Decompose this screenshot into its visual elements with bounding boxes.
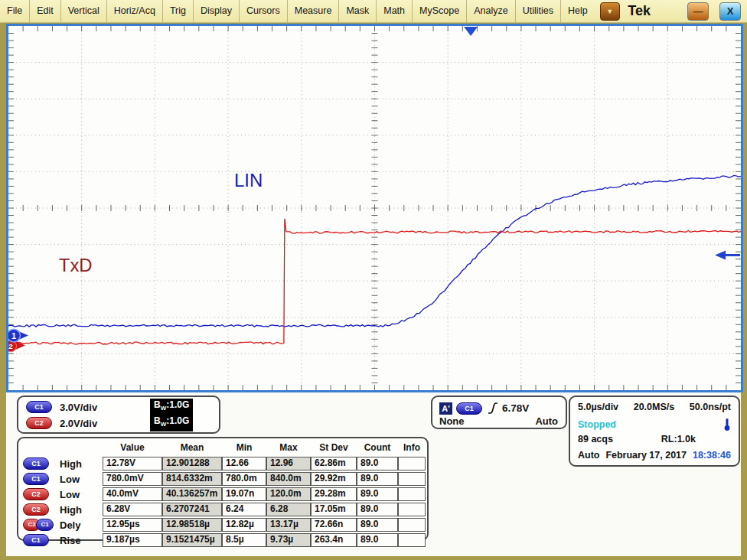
menu-mask[interactable]: Mask — [339, 0, 377, 22]
menu-bar: File Edit Vertical Horiz/Acq Trig Displa… — [0, 0, 747, 23]
meas-max: 12.96 — [266, 457, 311, 470]
acquisition-count: 89 acqs — [578, 434, 613, 444]
channel-2-bandwidth-badge: BW:1.0G — [150, 415, 193, 431]
channel-2-badge: C2 — [26, 417, 52, 429]
meas-min: 12.66 — [222, 457, 266, 470]
trigger-level-shaft — [724, 254, 740, 256]
col-spacer — [23, 441, 103, 455]
col-header-count: Count — [357, 441, 398, 455]
trigger-level: 6.78V — [502, 402, 529, 414]
col-header-stdev: St Dev — [311, 441, 357, 455]
sample-rate: 20.0MS/s — [634, 402, 675, 412]
menu-display[interactable]: Display — [194, 0, 240, 22]
trigger-level-marker[interactable] — [715, 251, 726, 260]
meas-count: 89.0 — [357, 503, 398, 516]
meas-stdev: 17.05m — [311, 503, 357, 516]
ch1-marker-number: 1 — [11, 331, 16, 340]
meas-stdev: 263.4n — [311, 533, 357, 547]
menu-vertical[interactable]: Vertical — [61, 0, 107, 22]
trigger-source-badge: C1 — [456, 402, 482, 415]
waveform-display[interactable]: LINTxD21 — [6, 24, 743, 392]
meas-count: 89.0 — [357, 472, 398, 486]
channel-badge-c1: C1 — [36, 519, 54, 531]
meas-info — [398, 457, 426, 470]
meas-mean: 40.136257m — [162, 487, 222, 501]
meas-count: 89.0 — [357, 518, 398, 532]
ch2-marker-number: 2 — [8, 342, 13, 350]
menu-dropdown-button[interactable]: ▼ — [600, 2, 620, 21]
trigger-position-marker[interactable] — [464, 27, 478, 36]
meas-row-label: C1Low — [23, 472, 103, 486]
meas-min: 12.82µ — [222, 518, 266, 532]
lin-trace-label: LIN — [234, 170, 263, 190]
trigger-mode-readout: Auto — [578, 450, 599, 461]
minimize-button[interactable]: — — [687, 2, 709, 21]
menu-trig[interactable]: Trig — [163, 0, 194, 22]
channel-badge-c2: C2 — [23, 503, 49, 516]
meas-count: 89.0 — [357, 487, 398, 501]
menu-math[interactable]: Math — [377, 0, 413, 22]
trigger-a-badge: A' — [439, 402, 452, 415]
meas-max: 120.0m — [266, 487, 311, 501]
menu-utilities[interactable]: Utilities — [516, 0, 561, 22]
meas-info — [398, 472, 426, 486]
channel-1-scale[interactable]: 3.0V/div — [60, 402, 150, 413]
meas-min: 19.07n — [222, 487, 266, 501]
tek-logo: Tek — [628, 3, 651, 19]
meas-mean: 814.6332m — [162, 472, 222, 486]
menu-analyze[interactable]: Analyze — [467, 0, 515, 22]
meas-mean: 12.901288 — [162, 457, 222, 470]
close-icon: X — [727, 5, 734, 17]
trigger-mode: Auto — [535, 415, 558, 427]
channel-badge-c2: C2 — [23, 488, 49, 500]
meas-mean: 12.98518µ — [162, 518, 222, 532]
meas-row-label: C2Low — [23, 487, 103, 501]
meas-max: 9.73µ — [266, 533, 311, 547]
menu-measure[interactable]: Measure — [288, 0, 340, 22]
meas-max: 6.28 — [266, 503, 311, 516]
channel-settings-panel[interactable]: C1 3.0V/div BW:1.0G C2 2.0V/div BW:1.0G — [17, 396, 220, 434]
meas-mean: 6.2707241 — [162, 503, 222, 516]
meas-value: 780.0mV — [103, 472, 162, 486]
col-header-info: Info — [398, 441, 426, 455]
trigger-panel[interactable]: A' C1 6.78V None Auto — [431, 396, 567, 429]
meas-stdev: 72.66n — [311, 518, 357, 532]
meas-max: 840.0m — [266, 472, 311, 486]
date-readout: February 17, 2017 — [605, 450, 687, 461]
menu-myscope[interactable]: MyScope — [413, 0, 467, 22]
menu-edit[interactable]: Edit — [30, 0, 61, 22]
col-header-min: Min — [222, 441, 266, 455]
measurements-table: Value Mean Min Max St Dev Count Info C1H… — [23, 441, 426, 547]
acquisition-status: Stopped — [578, 419, 616, 430]
meas-stdev: 29.28m — [311, 487, 357, 501]
meas-stdev: 29.92m — [311, 472, 357, 486]
txd-trace-label: TxD — [59, 255, 93, 275]
meas-stdev: 62.86m — [311, 457, 357, 470]
meas-row-label: C1High — [23, 457, 103, 470]
meas-info — [398, 487, 426, 501]
col-header-value: Value — [103, 441, 162, 455]
meas-row-label: C2High — [23, 503, 103, 516]
menu-horiz-acq[interactable]: Horiz/Acq — [107, 0, 163, 22]
meas-value: 9.187µs — [103, 533, 162, 547]
menu-help[interactable]: Help — [561, 0, 595, 22]
timebase-panel[interactable]: 5.0µs/div 20.0MS/s 50.0ns/pt Stopped 89 … — [569, 396, 740, 467]
meas-row-label: C1Rise — [23, 533, 103, 547]
time-per-point: 50.0ns/pt — [690, 402, 731, 412]
meas-row-label: C2C1Dely — [23, 518, 103, 532]
channel-1-badge: C1 — [26, 401, 52, 413]
meas-count: 89.0 — [357, 457, 398, 470]
close-button[interactable]: X — [719, 2, 741, 21]
measurements-panel: Value Mean Min Max St Dev Count Info C1H… — [17, 437, 429, 541]
meas-count: 89.0 — [357, 533, 398, 547]
scope-graticule[interactable]: LINTxD21 — [8, 26, 741, 390]
menu-file[interactable]: File — [0, 0, 30, 22]
menu-cursors[interactable]: Cursors — [240, 0, 288, 22]
meas-min: 8.5µ — [222, 533, 266, 547]
meas-max: 13.17µ — [266, 518, 311, 532]
record-length: RL:1.0k — [661, 434, 696, 444]
time-readout: 18:38:46 — [693, 450, 731, 461]
rising-edge-icon — [487, 402, 498, 415]
channel-2-scale[interactable]: 2.0V/div — [60, 418, 150, 429]
channel-1-bandwidth-badge: BW:1.0G — [150, 399, 193, 415]
